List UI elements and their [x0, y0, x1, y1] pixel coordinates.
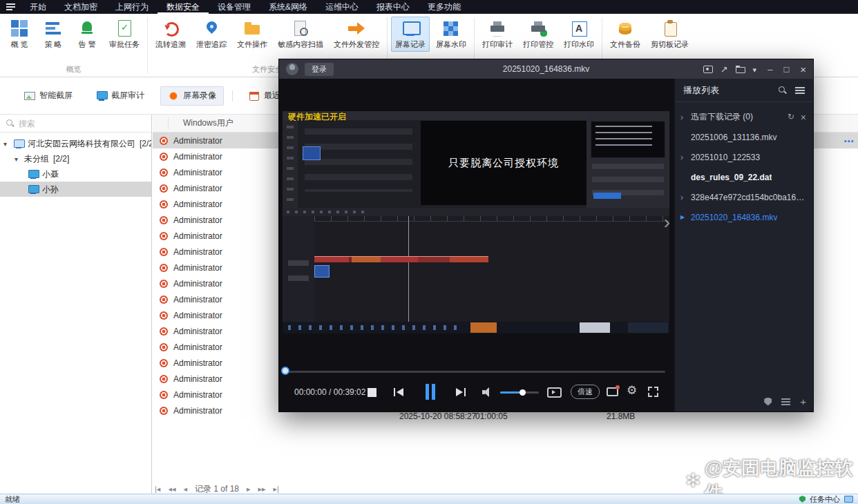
- expand-arrow-icon[interactable]: [680, 193, 687, 202]
- next-page-button[interactable]: [247, 485, 251, 494]
- menu-item-data-security[interactable]: 数据安全: [158, 0, 209, 14]
- dropdown-arrow-icon[interactable]: [753, 65, 757, 74]
- tv-mode-icon[interactable]: [547, 387, 562, 398]
- search-input[interactable]: [19, 119, 146, 128]
- stop-button[interactable]: [368, 388, 376, 397]
- screen-recording-button[interactable]: 屏幕录像: [160, 86, 224, 106]
- next-chevron-icon[interactable]: [664, 211, 670, 233]
- ribbon-item-sensitive-scan[interactable]: 敏感内容扫描: [274, 17, 327, 52]
- ribbon-item-file-operations[interactable]: 文件操作: [233, 17, 271, 52]
- playlist-group-thunder-downloads[interactable]: 迅雷下载记录 (0): [675, 107, 813, 127]
- playlist-item[interactable]: 328e447e972cd154bc0ba160...: [675, 187, 813, 207]
- menu-item-doc-encryption[interactable]: 文档加密: [55, 0, 106, 14]
- volume-slider[interactable]: [500, 391, 539, 394]
- tree-node-user-xiaosun-selected[interactable]: 小孙: [0, 182, 151, 197]
- ribbon-item-outgoing-control[interactable]: 文件外发管控: [330, 17, 383, 52]
- volume-icon[interactable]: [482, 387, 493, 397]
- device-tree: 河北安固云网络科技有限公司 [2/2] 未分组 [2/2] 小聂 小孙: [0, 133, 151, 197]
- pause-button[interactable]: [426, 384, 429, 400]
- clipboard-icon: [660, 19, 680, 37]
- fast-previous-button[interactable]: [168, 485, 175, 494]
- menu-item-device-mgmt[interactable]: 设备管理: [209, 0, 260, 14]
- first-page-button[interactable]: [155, 485, 160, 494]
- video-area[interactable]: 硬件加速已开启 只要脱离公司授权环境: [279, 79, 674, 411]
- ribbon-item-print-audit[interactable]: 打印审计: [478, 17, 517, 52]
- previous-track-button[interactable]: [394, 387, 405, 398]
- playlist-item-playing[interactable]: 20251020_164836.mkv: [675, 207, 813, 227]
- playlist-item[interactable]: des_rules_09_22.dat: [675, 167, 813, 187]
- ribbon-item-clipboard-record[interactable]: 剪切板记录: [647, 17, 693, 52]
- ribbon-item-approval-tasks[interactable]: 审批任务: [105, 17, 144, 52]
- snapshot-icon[interactable]: [607, 387, 618, 396]
- minimize-button[interactable]: [768, 65, 772, 74]
- sort-list-icon[interactable]: [781, 398, 790, 405]
- ribbon-item-print-control[interactable]: 打印管控: [519, 17, 557, 52]
- status-bar: 就绪 任务中心: [0, 494, 858, 504]
- company-computer-icon: [13, 139, 25, 149]
- ribbon-item-print-watermark[interactable]: 打印水印: [560, 17, 598, 52]
- volume-knob[interactable]: [519, 389, 526, 396]
- cell-duration: 01:00:05: [475, 411, 508, 421]
- ribbon-item-alert[interactable]: 告 警: [71, 17, 103, 52]
- row-more-button[interactable]: [843, 135, 854, 148]
- fullscreen-icon[interactable]: [648, 387, 658, 397]
- avatar[interactable]: [286, 63, 298, 75]
- add-button[interactable]: [800, 396, 806, 407]
- next-track-button[interactable]: [455, 387, 466, 398]
- watermark-logo-icon: [685, 469, 701, 492]
- playlist-search-icon[interactable]: [778, 86, 787, 95]
- popout-icon[interactable]: [721, 65, 728, 74]
- maximize-button[interactable]: [783, 65, 789, 74]
- menu-item-ops-center[interactable]: 运维中心: [316, 0, 368, 14]
- smart-capture-button[interactable]: 智能截屏: [17, 86, 80, 106]
- playlist-menu-icon[interactable]: [795, 87, 805, 94]
- menu-item-report-center[interactable]: 报表中心: [368, 0, 419, 14]
- titlebar-tools: [703, 64, 806, 75]
- ribbon-item-screen-watermark[interactable]: 屏幕水印: [432, 17, 470, 52]
- ribbon-item-leak-tracking[interactable]: 泄密追踪: [192, 17, 231, 52]
- collapse-arrow-icon[interactable]: [15, 155, 21, 163]
- screenshot-icon[interactable]: [703, 66, 713, 73]
- progress-bar[interactable]: [284, 371, 665, 373]
- monitoring-console: 开始 文档加密 上网行为 数据安全 设备管理 系统&网络 运维中心 报表中心 更…: [0, 0, 858, 504]
- shield-icon[interactable]: [764, 398, 772, 406]
- previous-page-button[interactable]: [183, 485, 187, 494]
- settings-gear-icon[interactable]: [627, 383, 637, 398]
- player-titlebar[interactable]: 登录 20251020_164836.mkv: [279, 59, 813, 79]
- collapse-arrow-icon[interactable]: [3, 140, 10, 148]
- playlist-item[interactable]: 20251006_131136.mkv: [675, 127, 813, 147]
- monitor-record-icon: [401, 19, 420, 37]
- app-menu-button[interactable]: [0, 0, 21, 14]
- ribbon-item-flow-trace[interactable]: 流转追溯: [151, 17, 190, 52]
- ribbon-item-overview[interactable]: 概 览: [3, 17, 35, 52]
- login-button[interactable]: 登录: [305, 63, 334, 76]
- open-folder-icon[interactable]: [736, 66, 745, 73]
- playback-speed-button[interactable]: 倍速: [571, 385, 600, 399]
- menu-item-web-behavior[interactable]: 上网行为: [106, 0, 158, 14]
- playlist-item[interactable]: 20251010_122533: [675, 147, 813, 167]
- user-monitor-icon: [28, 184, 39, 195]
- monitor-status-icon[interactable]: [844, 496, 853, 503]
- tree-node-company[interactable]: 河北安固云网络科技有限公司 [2/2]: [0, 136, 151, 151]
- ribbon-item-policy[interactable]: 策 略: [37, 17, 69, 52]
- ribbon-item-screen-record[interactable]: 屏幕记录: [391, 17, 430, 52]
- fast-next-button[interactable]: [258, 485, 266, 494]
- close-icon[interactable]: [801, 112, 806, 123]
- menu-item-more[interactable]: 更多功能: [419, 0, 470, 14]
- security-shield-icon: [799, 496, 805, 503]
- recorded-timeline-blueclip: [314, 265, 330, 278]
- ribbon-item-file-backup[interactable]: 文件备份: [606, 17, 645, 52]
- menu-item-system-network[interactable]: 系统&网络: [260, 0, 316, 14]
- letter-a-watermark-icon: [569, 19, 589, 37]
- tree-node-user-xiaonie[interactable]: 小聂: [0, 166, 151, 182]
- menu-item-start[interactable]: 开始: [21, 0, 55, 14]
- capture-audit-button[interactable]: 截屏审计: [88, 86, 152, 106]
- refresh-icon[interactable]: [788, 112, 794, 123]
- expand-arrow-icon[interactable]: [680, 113, 687, 122]
- recorded-taskbar: [283, 322, 669, 333]
- expand-arrow-icon[interactable]: [680, 153, 687, 162]
- tree-node-ungrouped[interactable]: 未分组 [2/2]: [0, 151, 151, 166]
- task-center-label[interactable]: 任务中心: [810, 494, 840, 504]
- last-page-button[interactable]: [274, 485, 279, 494]
- close-button[interactable]: [800, 64, 806, 75]
